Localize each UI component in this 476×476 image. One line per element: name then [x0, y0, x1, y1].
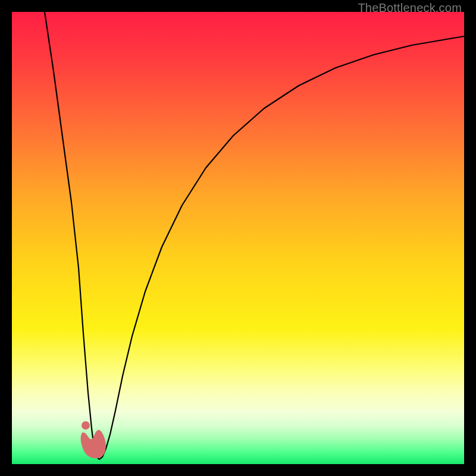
- optimum-marker: [81, 421, 106, 458]
- outer-frame: TheBottleneck.com: [0, 0, 476, 476]
- optimum-dot-icon: [82, 421, 90, 430]
- watermark-text: TheBottleneck.com: [358, 1, 462, 15]
- optimum-blob-icon: [81, 430, 106, 458]
- plot-area: [12, 12, 464, 464]
- chart-layer: [12, 12, 464, 464]
- bottleneck-curve: [45, 12, 464, 459]
